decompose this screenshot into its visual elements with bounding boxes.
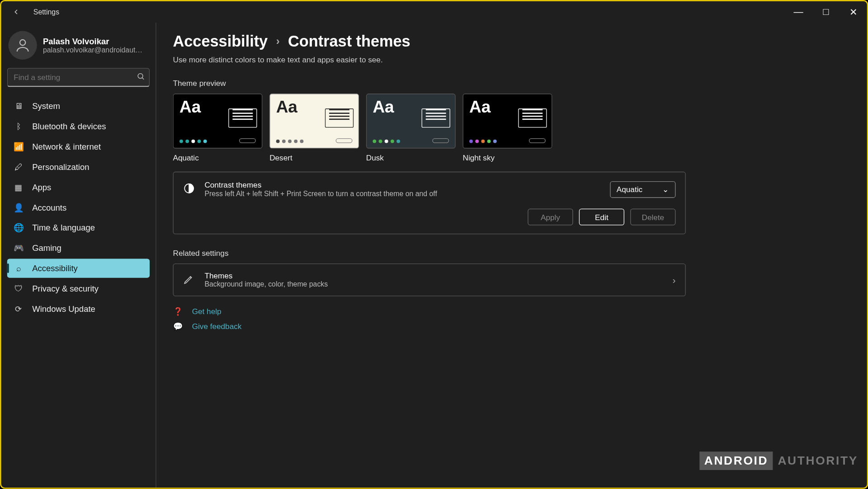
system-icon: 🖥 xyxy=(13,101,24,111)
sidebar-item-label: Network & internet xyxy=(32,142,101,151)
breadcrumb-parent[interactable]: Accessibility xyxy=(173,32,268,51)
main-panel: Accessibility › Contrast themes Use more… xyxy=(156,23,867,488)
close-button[interactable]: ✕ xyxy=(840,1,867,23)
theme-preview-heading: Theme preview xyxy=(173,79,850,88)
sidebar-item-accessibility[interactable]: ⌕Accessibility xyxy=(7,259,150,277)
sidebar-item-label: Personalization xyxy=(32,162,89,172)
theme-previews: Aa Aquatic Aa Desert Aa Dusk Aa Night sk… xyxy=(173,94,850,162)
give-feedback-link[interactable]: Give feedback xyxy=(192,322,242,331)
sidebar-item-system[interactable]: 🖥System xyxy=(7,97,150,116)
preview-palette xyxy=(469,140,497,143)
user-email: palash.volvoikar@androidauthority.... xyxy=(43,46,144,54)
preview-window-icon xyxy=(228,108,257,127)
sidebar-item-label: Apps xyxy=(32,183,51,192)
preview-pill xyxy=(239,138,256,143)
avatar-icon xyxy=(8,31,37,60)
breadcrumb-current: Contrast themes xyxy=(288,32,410,51)
sidebar-item-network[interactable]: 📶Network & internet xyxy=(7,137,150,156)
privacy-icon: 🛡 xyxy=(13,284,24,293)
feedback-icon: 💬 xyxy=(173,322,184,331)
gaming-icon: 🎮 xyxy=(13,243,24,253)
maximize-button[interactable]: □ xyxy=(812,1,840,23)
sidebar-item-personalization[interactable]: 🖊Personalization xyxy=(7,157,150,176)
user-profile[interactable]: Palash Volvoikar palash.volvoikar@androi… xyxy=(7,28,150,64)
theme-label: Desert xyxy=(269,153,359,162)
settings-window: Settings — □ ✕ Palash Volvoikar palash.v… xyxy=(0,0,868,489)
sidebar-item-label: Privacy & security xyxy=(32,284,99,293)
related-settings-heading: Related settings xyxy=(173,249,850,258)
sidebar: Palash Volvoikar palash.volvoikar@androi… xyxy=(1,23,156,488)
sidebar-item-gaming[interactable]: 🎮Gaming xyxy=(7,239,150,258)
user-name: Palash Volvoikar xyxy=(43,36,144,46)
theme-label: Night sky xyxy=(463,153,552,162)
theme-preview-dusk[interactable]: Aa xyxy=(366,94,456,148)
title-bar: Settings — □ ✕ xyxy=(1,1,867,23)
edit-button[interactable]: Edit xyxy=(579,209,624,226)
contrast-themes-card: Contrast themes Press left Alt + left Sh… xyxy=(173,172,686,234)
preview-pill xyxy=(432,138,449,143)
preview-window-icon xyxy=(518,108,547,127)
nav-list: 🖥SystemᛒBluetooth & devices📶Network & in… xyxy=(7,97,150,319)
theme-select[interactable]: Aquatic ⌄ xyxy=(610,181,675,197)
chevron-down-icon: ⌄ xyxy=(662,185,669,194)
watermark-plain: AUTHORITY xyxy=(778,454,858,467)
svg-point-1 xyxy=(138,74,143,79)
apply-button[interactable]: Apply xyxy=(528,209,573,226)
accessibility-icon: ⌕ xyxy=(13,263,24,273)
sidebar-item-accounts[interactable]: 👤Accounts xyxy=(7,198,150,217)
sidebar-item-bluetooth[interactable]: ᛒBluetooth & devices xyxy=(7,117,150,136)
sidebar-item-privacy[interactable]: 🛡Privacy & security xyxy=(7,279,150,298)
sidebar-item-label: System xyxy=(32,101,60,111)
breadcrumb: Accessibility › Contrast themes xyxy=(173,32,850,51)
network-icon: 📶 xyxy=(13,142,24,151)
get-help-link[interactable]: Get help xyxy=(192,307,222,316)
contrast-icon xyxy=(183,182,195,197)
brush-icon xyxy=(183,273,195,287)
search-container xyxy=(7,68,150,87)
preview-palette xyxy=(276,140,304,143)
sidebar-item-update[interactable]: ⟳Windows Update xyxy=(7,299,150,318)
related-subtitle: Background image, color, theme packs xyxy=(204,280,663,288)
theme-preview-desert[interactable]: Aa xyxy=(269,94,359,148)
watermark: ANDROID AUTHORITY xyxy=(699,451,858,470)
theme-label: Aquatic xyxy=(173,153,263,162)
help-icon: ❓ xyxy=(173,307,184,316)
sidebar-item-time[interactable]: 🌐Time & language xyxy=(7,218,150,237)
sidebar-item-label: Time & language xyxy=(32,223,95,232)
personalization-icon: 🖊 xyxy=(13,162,24,172)
contrast-subtitle: Press left Alt + left Shift + Print Scre… xyxy=(204,189,600,197)
preview-palette xyxy=(373,140,400,143)
feedback-row: 💬 Give feedback xyxy=(173,322,850,331)
theme-label: Dusk xyxy=(366,153,456,162)
delete-button[interactable]: Delete xyxy=(630,209,675,226)
sidebar-item-apps[interactable]: ▦Apps xyxy=(7,178,150,197)
svg-point-0 xyxy=(20,40,25,45)
chevron-right-icon: › xyxy=(672,274,675,285)
sidebar-item-label: Accessibility xyxy=(32,263,78,273)
back-button[interactable] xyxy=(5,1,28,23)
related-title: Themes xyxy=(204,271,663,280)
chevron-right-icon: › xyxy=(276,35,280,48)
sidebar-item-label: Windows Update xyxy=(32,304,95,314)
app-title: Settings xyxy=(33,8,59,16)
accounts-icon: 👤 xyxy=(13,202,24,212)
bluetooth-icon: ᛒ xyxy=(13,122,24,131)
search-input[interactable] xyxy=(7,68,150,87)
sidebar-item-label: Accounts xyxy=(32,202,66,212)
sidebar-item-label: Bluetooth & devices xyxy=(32,122,106,131)
theme-preview-aquatic[interactable]: Aa xyxy=(173,94,263,148)
time-icon: 🌐 xyxy=(13,223,24,232)
update-icon: ⟳ xyxy=(13,304,24,314)
watermark-boxed: ANDROID xyxy=(699,451,773,470)
preview-palette xyxy=(179,140,207,143)
preview-window-icon xyxy=(325,108,354,127)
minimize-button[interactable]: — xyxy=(785,1,812,23)
themes-link-card[interactable]: Themes Background image, color, theme pa… xyxy=(173,263,686,296)
apps-icon: ▦ xyxy=(13,183,24,192)
get-help-row: ❓ Get help xyxy=(173,307,850,316)
contrast-title: Contrast themes xyxy=(204,181,600,190)
theme-preview-night-sky[interactable]: Aa xyxy=(463,94,552,148)
sidebar-item-label: Gaming xyxy=(32,243,61,253)
preview-pill xyxy=(336,138,353,143)
page-description: Use more distinct colors to make text an… xyxy=(173,56,850,65)
